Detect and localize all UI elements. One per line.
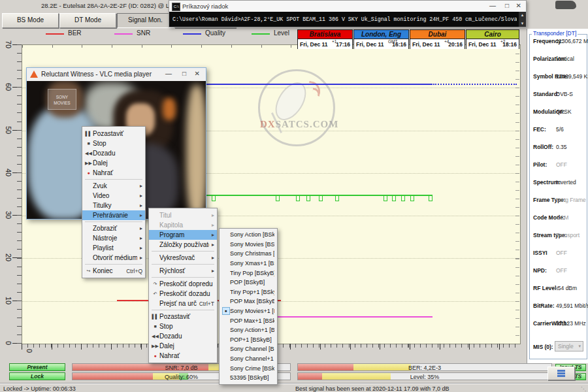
cmd-close-button[interactable]: ✕ <box>516 2 521 9</box>
program-item-sony-crime-bskyb-[interactable]: Sony Crime [BSkyB] <box>220 363 277 373</box>
clock-date-row: Fri, Dec 11+117:16 <box>298 39 352 49</box>
menu-item-playlist[interactable]: Playlist▸ <box>82 243 145 253</box>
menu-item-label: Playlist <box>93 244 137 252</box>
ber-progress-bar: BER: 4,2E-3 <box>297 363 552 371</box>
menu-item-kapitola[interactable]: Kapitola▸ <box>149 220 217 230</box>
clock-date: Fri, Dec 11 <box>468 41 497 48</box>
field-label-bitrate-: BitRate: <box>533 302 555 309</box>
menu-item-pozastavi-[interactable]: ▌▌Pozastaviť <box>82 129 145 139</box>
toolbar-button-dt-mode[interactable]: DT Mode <box>59 13 116 28</box>
legend-quality-swatch <box>183 33 201 35</box>
program-item-label: Tiny Pop+1 [BSkyB] <box>230 289 274 295</box>
app-window: 28.2E - Eutelsat 28A-2A-2E-2F (ID: 0282)… <box>0 0 588 392</box>
stream-list-button[interactable] <box>547 367 575 380</box>
clock-time: 17:16 <box>336 41 350 48</box>
clock-time: 16:16 <box>392 41 406 48</box>
menu-item-titul[interactable]: Titul▸ <box>149 210 217 220</box>
menu-separator <box>85 221 142 222</box>
menu-item-stop[interactable]: ■Stop <box>82 139 145 148</box>
menu-item-koniec[interactable]: ↪KoniecCtrl+Q <box>82 266 145 276</box>
program-item-sony-channel-bskyb-[interactable]: Sony Channel [BSkyB] <box>220 344 277 354</box>
toolbar-button-signal-mon-[interactable]: Signal Mon. <box>117 13 174 28</box>
menu-item-pozastavi-[interactable]: ▌▌Pozastaviť <box>149 312 217 321</box>
menu-item-nahra-[interactable]: ●Nahrať <box>82 168 145 178</box>
lock-indicator-button[interactable]: Lock <box>9 372 65 380</box>
program-item-sony-xmas-1-bskyb-[interactable]: Sony Xmas+1 [BSkyB] <box>220 259 277 269</box>
selected-radio-icon: ● <box>221 307 230 315</box>
menu-item-video[interactable]: Video▸ <box>82 191 145 201</box>
program-item-sony-action-1-bskyb-[interactable]: Sony Action+1 [BSkyB] <box>220 325 277 335</box>
cmd-minimize-button[interactable]: — <box>489 2 496 9</box>
scroll-up-icon[interactable]: ▲ <box>519 12 526 18</box>
program-item-pop-bskyb-[interactable]: POP [BSkyB] <box>220 278 277 287</box>
y-tick-label-20: 20 <box>5 252 12 263</box>
menu-item-n-stroje[interactable]: Nástroje▸ <box>82 233 145 243</box>
menu-item-prejs-na-ur-en-as[interactable]: Prejsť na určený časCtrl+T <box>149 299 217 308</box>
y-tick-label-40: 40 <box>5 167 12 178</box>
next-icon: ▶▶ <box>151 344 159 349</box>
program-item-sony-christmas-bskyb-[interactable]: Sony Christmas [BSkyB] <box>220 249 277 259</box>
menu-item--alej[interactable]: ▶▶Ďalej <box>149 341 217 351</box>
menu-item-zvuk[interactable]: Zvuk▸ <box>82 181 145 191</box>
program-item-pop-max-bskyb-[interactable]: POP Max [BSkyB] <box>220 297 277 306</box>
menu-item-label: Stop <box>93 140 142 147</box>
field-value-issyi: OFF <box>556 250 567 256</box>
menu-item-nahra-[interactable]: ●Nahrať <box>149 351 217 361</box>
program-item-sony-movies-bskyb-[interactable]: Sony Movies [BSkyB] <box>220 240 277 250</box>
menu-item-titulky[interactable]: Titulky▸ <box>82 201 145 210</box>
present-indicator-button[interactable]: Present <box>9 363 65 371</box>
menu-item-otvori-m-dium[interactable]: Otvoriť médium▸ <box>82 253 145 263</box>
menu-item-prehr-vanie[interactable]: Prehrávanie▸ <box>82 210 145 220</box>
next-icon: ▶▶ <box>84 161 93 166</box>
field-value-frequency-: 11306,672 MHz <box>556 38 588 44</box>
program-item-tiny-pop-1-bskyb-[interactable]: Tiny Pop+1 [BSkyB] <box>220 287 277 297</box>
resize-grip[interactable]: ⋱ <box>581 386 586 392</box>
program-item-label: POP Max [BSkyB] <box>230 298 274 304</box>
transponder-panel: Transponder [DT] Frequency:11306,672 MHz… <box>527 29 588 363</box>
menu-item--alej[interactable]: ▶▶Ďalej <box>82 158 145 168</box>
level-dip <box>392 201 396 201</box>
menu-item-dozadu[interactable]: ◀◀Dozadu <box>149 331 217 341</box>
previous-icon: ◀◀ <box>151 334 159 339</box>
vlc-maximize-button[interactable]: □ <box>182 70 186 77</box>
menu-item-label: Video <box>93 192 137 199</box>
cmd-scrollbar[interactable]: ▲ ▼ <box>519 12 526 27</box>
menu-item-label: Stop <box>159 323 214 330</box>
program-item-label: 53395 [BSkyB] <box>230 374 274 381</box>
menu-item-r-chlos-[interactable]: Rýchlosť▸ <box>149 266 217 276</box>
menu-item-zobrazi-[interactable]: Zobraziť▸ <box>82 223 145 233</box>
mis-dropdown[interactable]: Single▾ <box>555 341 583 351</box>
vlc-playback-submenu: Titul▸Kapitola▸Program▸Záložky používate… <box>148 208 218 363</box>
menu-item-program[interactable]: Program▸ <box>149 230 217 240</box>
menu-item-stop[interactable]: ■Stop <box>149 321 217 331</box>
vlc-minimize-button[interactable]: — <box>165 70 172 77</box>
menu-item-presko-i-dopredu[interactable]: ↷Preskočiť dopredu <box>149 279 217 289</box>
menu-item-z-lo-ky-pou-vate-a[interactable]: Záložky používateľa▸ <box>149 240 217 250</box>
vlc-close-button[interactable]: ✕ <box>195 70 200 77</box>
menu-item-vykres-ova-[interactable]: Vykresľovač▸ <box>149 253 217 263</box>
level-dip <box>429 201 433 201</box>
program-item-53395-bskyb-[interactable]: 53395 [BSkyB] <box>220 373 277 383</box>
program-item-tiny-pop-bskyb-[interactable]: Tiny Pop [BSkyB] <box>220 268 277 278</box>
pause-icon: ▌▌ <box>84 131 93 136</box>
program-item-sony-action-bskyb-[interactable]: Sony Action [BSkyB] <box>220 230 277 240</box>
program-item-sony-movies-1-bskyb-[interactable]: ●Sony Movies+1 [BSkyB] <box>220 306 277 316</box>
menu-item-label: Záložky používateľa <box>159 241 209 248</box>
command-prompt-window[interactable]: C:\ Príkazový riadok — □ ✕ C:\Users\Roma… <box>169 0 527 27</box>
program-item-pop-1-bskyb-[interactable]: POP+1 [BSkyB] <box>220 335 277 345</box>
menu-item-dozadu[interactable]: ◀◀Dozadu <box>82 148 145 158</box>
scroll-down-icon[interactable]: ▼ <box>519 20 526 27</box>
submenu-arrow-icon: ▸ <box>140 193 142 199</box>
menu-item-presko-i-dozadu[interactable]: ↶Preskočiť dozadu <box>149 289 217 299</box>
legend-level-swatch <box>252 33 270 35</box>
program-item-pop-max-1-bskyb-[interactable]: POP Max+1 [BSkyB] <box>220 316 277 325</box>
menu-item-label: Rýchlosť <box>159 267 209 274</box>
toolbar-button-bs-mode[interactable]: BS Mode <box>2 13 59 28</box>
level-dip <box>296 201 300 201</box>
program-item-sony-channel-1-bskyb-[interactable]: Sony Channel+1 [BSkyB] <box>220 354 277 364</box>
channel-logo-watermark: SONY MOVIES <box>48 89 76 110</box>
cmd-maximize-button[interactable]: □ <box>505 2 509 9</box>
level-dip <box>319 201 323 201</box>
pause-icon: ▌▌ <box>151 314 159 319</box>
stop-icon: ■ <box>151 324 159 329</box>
